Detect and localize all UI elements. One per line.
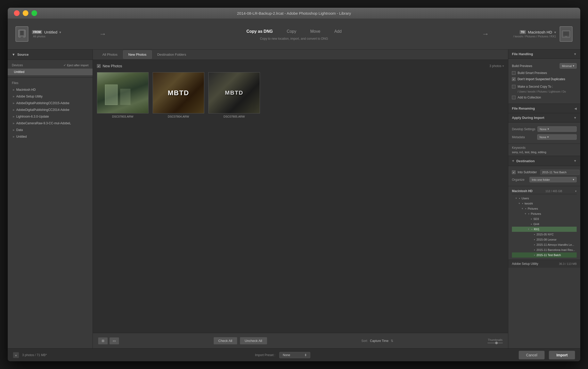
source-panel: ▼ Source Devices ✓ Eject after import Un… (8, 50, 93, 348)
from-name[interactable]: Untitled (44, 30, 57, 34)
file-arrow-icon-4: ▶ (13, 109, 15, 111)
thumbnails-label: Thumbnails (488, 338, 503, 341)
tree-item-almoco[interactable]: ▶ ▪ 2015-11 Almoço Irlandês Le... (512, 242, 577, 247)
dont-import-duplicates-label: Don't Import Suspected Duplicates (518, 77, 565, 81)
photo-image-2: MBTD (153, 72, 204, 113)
to-dropdown-icon[interactable]: ▾ (554, 30, 556, 34)
file-item-untitled[interactable]: ▶ Untitled (8, 133, 93, 140)
file-item-lightroom[interactable]: ▶ Lightroom-6.3.0-Update (8, 113, 93, 120)
from-dropdown-icon[interactable]: ▾ (59, 30, 61, 34)
tree-item-users[interactable]: ▼ ▪ Users (512, 196, 577, 201)
photo-tabs-bar: All Photos New Photos Destination Folder… (93, 50, 508, 60)
folder-icon-nyc: ▪ (534, 233, 535, 236)
photo-thumb-1: ✓ DSC07803.ARW (97, 72, 149, 118)
tab-copy[interactable]: Copy (284, 28, 299, 35)
destination-body: ✓ Into Subfolder Organize Into one folde… (508, 166, 580, 186)
dont-import-duplicates-checkbox[interactable]: ✓ (512, 77, 516, 81)
develop-settings-label: Develop Settings (512, 127, 535, 131)
destination-title: Destination (516, 159, 535, 163)
photo-container-2[interactable]: ✓ MBTD (153, 72, 204, 113)
apply-during-import-body: Develop Settings None ▾ Metadata None ▾ (508, 122, 580, 144)
second-copy-checkbox[interactable] (512, 85, 516, 88)
metadata-dropdown[interactable]: None ▾ (537, 134, 577, 140)
develop-settings-dropdown[interactable]: None ▾ (537, 126, 577, 132)
build-previews-dropdown[interactable]: Minimal ▾ (560, 63, 577, 69)
window-title: 2014-08-LR-Backup-2.lrcat - Adobe Photos… (237, 11, 351, 15)
tree-item-keoshi[interactable]: ▼ ▪ keoshi (512, 201, 577, 206)
collapse-button[interactable]: ▲ (13, 352, 19, 358)
folder-icon-almoco: ▪ (534, 243, 535, 247)
dropdown-arrow-icon: ▾ (573, 64, 574, 68)
application-window: 2014-08-LR-Backup-2.lrcat - Adobe Photos… (8, 8, 580, 361)
cancel-button[interactable]: Cancel (519, 351, 545, 359)
devices-label: Devices (12, 63, 23, 67)
subfolder-input[interactable] (540, 170, 579, 175)
source-untitled-item[interactable]: Untitled (8, 69, 93, 75)
photo-container-1[interactable]: ✓ (97, 72, 149, 113)
tree-triangle-keoshi: ▼ (518, 202, 520, 205)
maximize-button[interactable] (31, 10, 37, 16)
check-all-button[interactable]: Check All (214, 337, 237, 345)
view-buttons: ⊞ ▭ (98, 337, 119, 345)
tab-copy-as-dng[interactable]: Copy as DNG (243, 28, 276, 35)
into-subfolder-checkbox[interactable]: ✓ (512, 170, 516, 174)
build-smart-previews-checkbox[interactable] (512, 71, 516, 75)
file-item-macintosh-hd[interactable]: ▶ Macintosh HD (8, 86, 93, 93)
tree-triangle-pictures1: ▼ (521, 207, 524, 210)
to-name[interactable]: Macintosh HD (528, 30, 552, 34)
minimize-button[interactable] (23, 10, 28, 16)
tab-add[interactable]: Add (331, 28, 345, 35)
sort-label: Sort: (361, 339, 368, 343)
tree-item-nyc[interactable]: ▶ ▪ 2015-05 NYC (512, 232, 577, 237)
tab-all-photos[interactable]: All Photos (97, 50, 123, 59)
file-handling-arrow: ▼ (574, 52, 577, 56)
tree-item-leonor[interactable]: ▶ ▪ 2015-08 Leonor (512, 237, 577, 242)
photo-thumb-2: ✓ MBTD DSC07804.ARW (153, 72, 204, 118)
grid-view-button[interactable]: ⊞ (98, 337, 108, 345)
thumbnail-size-slider[interactable] (487, 342, 503, 343)
tab-new-photos[interactable]: New Photos (123, 50, 152, 59)
photo-container-3[interactable]: ✓ MBTD (208, 72, 260, 113)
tree-item-rx1[interactable]: ▼ ▪ RX1 (512, 227, 577, 232)
tab-destination-folders[interactable]: Destination Folders (152, 50, 192, 59)
file-item-adobe-setup[interactable]: ▶ Adobe Setup Utility (8, 93, 93, 100)
destination-arrow: ▼ (574, 159, 577, 163)
photo-thumb-3: ✓ MBTD DSC07805.ARW (208, 72, 260, 118)
import-button[interactable]: Import (549, 351, 575, 359)
file-item-data[interactable]: ▶ Data (8, 127, 93, 133)
uncheck-all-button[interactable]: Uncheck All (240, 337, 267, 345)
import-preset-dropdown[interactable]: None ⇕ (279, 352, 310, 358)
file-item-camera-raw[interactable]: ▶ AdobeCameraRaw-9.3-CC-mul-AdobeL (8, 120, 93, 127)
sort-section: Sort: Capture Time ⇅ (361, 339, 393, 343)
file-item-adp2015[interactable]: ▶ AdobeDigitalPublishingCC2015-Adobe (8, 100, 93, 106)
thumb-slider-handle[interactable] (495, 342, 498, 344)
file-item-adp2014[interactable]: ▶ AdobeDigitalPublishingCC2014-Adobe (8, 106, 93, 113)
new-photos-checkbox[interactable]: ✓ (97, 64, 101, 68)
sort-toggle-icon[interactable]: ⇅ (391, 339, 393, 343)
tree-item-pictures2[interactable]: ▼ ▪ Pictures (512, 211, 577, 216)
direction-arrow-2: → (482, 30, 489, 38)
tree-item-gh4[interactable]: ▶ ▪ GH4 (512, 222, 577, 227)
from-section: FROM Untitled ▾ All photos (32, 30, 94, 38)
organize-label: Organize (512, 178, 527, 182)
close-button[interactable] (14, 10, 20, 16)
tree-item-barcelona[interactable]: ▶ ▪ 2015-11 Barcelona Inari Reu... (512, 247, 577, 252)
photo-filename-1: DSC07803.ARW (112, 115, 133, 118)
sort-value[interactable]: Capture Time (370, 339, 388, 343)
svg-point-5 (565, 36, 567, 37)
tree-root-name[interactable]: Macintosh HD (512, 189, 533, 193)
tree-dropdown-icon[interactable]: ▾ (575, 190, 577, 193)
add-to-collection-checkbox[interactable] (512, 96, 516, 99)
loupe-view-button[interactable]: ▭ (109, 337, 119, 345)
organize-dropdown[interactable]: Into one folder ▾ (529, 177, 577, 182)
tree-item-sd3[interactable]: ▶ ▪ SD3 (512, 216, 577, 222)
apply-during-import-title: Apply During Import (512, 116, 544, 120)
source-device-icon (15, 26, 28, 42)
keywords-value[interactable]: sony, rx1, test, blog, editing (512, 151, 577, 154)
develop-settings-row: Develop Settings None ▾ (512, 125, 577, 133)
destination-plus-icon[interactable]: + (512, 159, 514, 163)
tab-move[interactable]: Move (307, 28, 323, 35)
tree-item-test-batch[interactable]: ▶ ▪ 2015-11 Test Batch (512, 252, 577, 258)
tree-item-pictures1[interactable]: ▼ ▪ Pictures (512, 206, 577, 211)
build-smart-previews-row: Build Smart Previews (512, 70, 577, 76)
